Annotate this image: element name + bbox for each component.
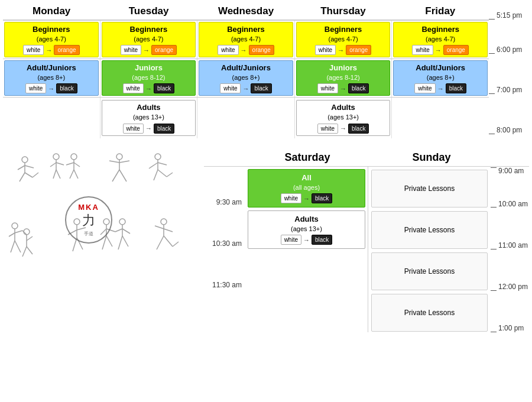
svg-line-24 [119, 170, 126, 181]
thursday-beginners: Beginners (ages 4-7) white → orange [295, 21, 392, 59]
friday-header: Friday [392, 4, 489, 20]
svg-line-53 [106, 229, 115, 232]
class-ages: (ages 8+) [396, 73, 485, 82]
svg-line-23 [112, 170, 119, 181]
arrow: → [48, 85, 54, 93]
svg-line-21 [109, 161, 119, 163]
wednesday-beginners-block: Beginners (ages 4-7) white → orange [199, 22, 293, 57]
private-lessons-3: Private Lessons [371, 252, 488, 290]
svg-line-43 [27, 247, 33, 254]
belt-white: white [414, 83, 435, 93]
weekend-time-1100: 11:00 am [491, 208, 529, 249]
svg-line-6 [33, 173, 38, 177]
svg-point-13 [71, 154, 77, 160]
svg-line-46 [68, 230, 77, 235]
row-adults-juniors: Adult/Juniors (ages 8+) white → black Ju… [3, 59, 489, 97]
time-label-800: 8:00 pm [497, 126, 522, 134]
class-ages: (ages 8-12) [299, 73, 388, 82]
figure-1 [9, 155, 41, 189]
figure-3 [103, 152, 136, 186]
belt-orange: orange [54, 45, 79, 55]
svg-line-52 [100, 229, 106, 235]
belt-row: white → orange [396, 45, 485, 55]
class-ages: (ages 8+) [7, 73, 96, 82]
time-1130: 11:30 am [212, 249, 242, 291]
svg-point-38 [24, 229, 30, 235]
belt-orange: orange [346, 45, 371, 55]
svg-line-16 [74, 163, 80, 167]
svg-point-44 [74, 219, 80, 225]
svg-line-67 [164, 236, 173, 247]
svg-line-66 [157, 236, 164, 249]
class-name: Adult/Juniors [202, 63, 290, 73]
tick-line [489, 53, 495, 54]
class-ages: (ages 4-7) [105, 35, 193, 43]
row-beginners: Beginners (ages 4-7) white → orange Begi… [3, 20, 489, 59]
belt-white: white [315, 45, 336, 55]
time-label-100: 1:00 pm [497, 324, 524, 332]
time-axis-right: 5:15 pm 6:00 pm 7:00 pm 8:00 pm [489, 4, 529, 135]
private-label: Private Lessons [404, 226, 455, 234]
svg-line-35 [9, 233, 15, 236]
tuesday-juniors-block: Juniors (ages 8-12) white → black [102, 60, 196, 96]
belt-row: white → orange [105, 45, 193, 55]
class-name: Beginners [202, 25, 290, 35]
time-labels-col: 9:30 am 10:30 am 11:30 am [204, 167, 245, 332]
svg-point-56 [119, 219, 125, 225]
sunday-private-1: Private Lessons [368, 167, 491, 208]
arrow: → [303, 236, 310, 244]
weekday-schedule: Monday Tuesday Wednesday Thursday Friday… [3, 4, 529, 138]
tick-line [491, 332, 497, 332]
monday-beginners: Beginners (ages 4-7) white → orange [3, 21, 100, 59]
friday-beginners: Beginners (ages 4-7) white → orange [392, 21, 489, 59]
tick-line [489, 93, 495, 94]
weekend-time-100: 1:00 pm [491, 291, 529, 332]
belt-black: black [56, 83, 77, 93]
tuesday-adults: Adults (ages 13+) white → black [100, 98, 198, 138]
figure-7 [98, 217, 133, 258]
tick-line [489, 134, 495, 134]
arrow: → [340, 124, 346, 132]
belt-black: black [312, 235, 332, 245]
arrow: → [435, 46, 442, 54]
class-ages: (ages 13+) [251, 225, 362, 233]
figure-4 [142, 152, 174, 186]
time-800: 8:00 pm [489, 95, 529, 135]
class-ages: (ages 13+) [299, 113, 388, 121]
thursday-header: Thursday [294, 4, 391, 20]
belt-row: white → orange [7, 45, 96, 55]
arrow: → [46, 46, 52, 54]
wednesday-beginners: Beginners (ages 4-7) white → orange [197, 21, 295, 59]
tuesday-juniors: Juniors (ages 8-12) white → black [100, 59, 198, 97]
sunday-col: Private Lessons Private Lessons Private … [368, 167, 491, 332]
belt-white: white [23, 45, 44, 55]
time-515: 5:15 pm [489, 4, 529, 21]
arrow: → [437, 85, 444, 93]
friday-empty-row3 [392, 98, 489, 138]
figure-5 [6, 220, 38, 261]
page-container: Monday Tuesday Wednesday Thursday Friday… [0, 0, 532, 335]
svg-line-22 [119, 161, 129, 163]
days-body: Monday Tuesday Wednesday Thursday Friday… [3, 4, 489, 138]
figure-6 [62, 217, 92, 258]
wednesday-empty-row3 [197, 98, 295, 138]
belt-black: black [154, 83, 174, 93]
tick-line [489, 19, 495, 20]
sunday-private-2: Private Lessons [368, 208, 491, 249]
weekend-time-1000: 10:00 am [491, 167, 529, 208]
class-name: Beginners [299, 25, 388, 35]
svg-line-30 [158, 170, 167, 177]
saturday-slot-1: All (all ages) white → black [245, 167, 368, 208]
sunday-header: Sunday [369, 149, 494, 166]
svg-line-65 [164, 229, 173, 232]
svg-line-47 [77, 228, 86, 230]
private-label: Private Lessons [404, 309, 455, 317]
bottom-section: MKA 力 手道 [3, 149, 529, 332]
time-label-700: 7:00 pm [497, 86, 522, 94]
friday-beginners-block: Beginners (ages 4-7) white → orange [393, 22, 488, 57]
thursday-juniors: Juniors (ages 8-12) white → black [295, 59, 392, 97]
belt-white: white [25, 83, 46, 93]
weekend-grid: 9:30 am 10:30 am 11:30 am All (all ages)… [204, 166, 529, 332]
belt-row: white → black [105, 83, 193, 93]
tuesday-beginners-block: Beginners (ages 4-7) white → orange [102, 22, 196, 57]
